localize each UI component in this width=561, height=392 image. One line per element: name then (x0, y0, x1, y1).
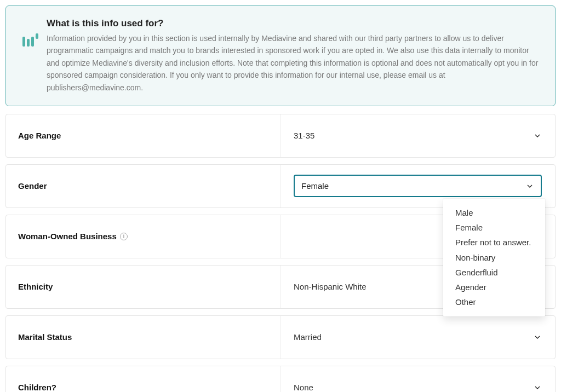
ethnicity-label: Ethnicity (6, 266, 280, 308)
ethnicity-value: Non-Hispanic White (294, 282, 367, 291)
chevron-down-icon (525, 182, 534, 191)
gender-option[interactable]: Male (443, 205, 545, 220)
gender-label: Gender (6, 165, 280, 207)
gender-option[interactable]: Agender (443, 280, 545, 295)
marital-status-select[interactable]: Married (294, 332, 542, 342)
chevron-down-icon (533, 383, 542, 392)
chevron-down-icon (533, 131, 542, 140)
info-title: What is this info used for? (47, 18, 542, 29)
mediavine-logo: o (19, 37, 37, 47)
woman-owned-label: Woman-Owned Business (18, 232, 117, 241)
age-range-value: 31-35 (294, 131, 314, 140)
children-label: Children? (6, 366, 280, 392)
field-marital-status: Marital Status Married (5, 315, 556, 359)
chevron-down-icon (533, 333, 542, 342)
gender-select[interactable]: Female (294, 175, 542, 197)
field-gender: Gender Female Male Female Prefer not to … (5, 164, 556, 208)
children-value: None (294, 383, 313, 392)
info-banner: o What is this info used for? Informatio… (5, 5, 556, 106)
gender-option[interactable]: Genderfluid (443, 265, 545, 280)
field-children: Children? None (5, 366, 556, 392)
marital-status-label: Marital Status (6, 316, 280, 359)
gender-value: Female (301, 181, 329, 191)
gender-option[interactable]: Other (443, 295, 545, 309)
children-select[interactable]: None (294, 383, 542, 392)
gender-option[interactable]: Non-binary (443, 250, 545, 265)
gender-options-popup: Male Female Prefer not to answer. Non-bi… (443, 199, 545, 316)
marital-status-value: Married (294, 332, 322, 342)
age-range-label: Age Range (6, 114, 280, 157)
age-range-select[interactable]: 31-35 (294, 131, 542, 140)
info-body: Information provided by you in this sect… (47, 32, 542, 94)
gender-option[interactable]: Prefer not to answer. (443, 235, 545, 250)
info-icon[interactable]: i (120, 233, 128, 240)
gender-option[interactable]: Female (443, 220, 545, 235)
field-age-range: Age Range 31-35 (5, 114, 556, 158)
